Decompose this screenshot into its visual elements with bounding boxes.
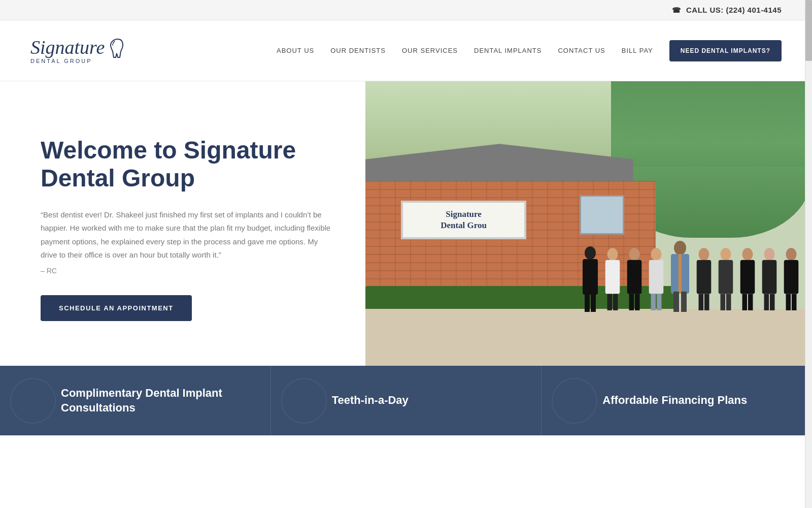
building-sign: Signature Dental Grou: [408, 209, 519, 231]
svg-rect-5: [605, 260, 620, 294]
feature-consultations: Complimentary Dental Implant Consultatio…: [0, 366, 271, 435]
svg-point-4: [607, 248, 618, 261]
feature-financing: Affordable Financing Plans: [542, 366, 812, 435]
svg-rect-34: [762, 260, 777, 294]
svg-rect-22: [697, 260, 712, 294]
phone-label: ☎ CALL US: (224) 401-4145: [672, 6, 782, 14]
svg-rect-13: [649, 260, 664, 294]
hero-left: Welcome to Signature Dental Group “Best …: [0, 81, 365, 366]
svg-rect-3: [591, 295, 596, 312]
svg-rect-9: [627, 260, 642, 294]
hero-quote: “Best dentist ever! Dr. Shakeel just fin…: [41, 208, 335, 262]
svg-rect-14: [651, 294, 656, 310]
svg-rect-26: [719, 260, 733, 294]
svg-rect-27: [721, 294, 726, 310]
svg-rect-39: [786, 294, 791, 310]
logo-name: Signature: [30, 37, 105, 58]
feature-label-consultations: Complimentary Dental Implant Consultatio…: [30, 386, 240, 415]
feature-circle-3: [552, 378, 597, 424]
svg-rect-30: [740, 260, 755, 294]
feature-teeth-in-a-day: Teeth-in-a-Day: [271, 366, 542, 435]
svg-rect-10: [629, 294, 634, 310]
logo[interactable]: Signature DENTAL GROUP: [30, 38, 127, 64]
scrollbar-thumb[interactable]: [805, 0, 812, 61]
nav-bill-pay[interactable]: BILL PAY: [622, 47, 653, 54]
features-bar: Complimentary Dental Implant Consultatio…: [0, 366, 812, 435]
nav-our-dentists[interactable]: OUR DENTISTS: [330, 47, 386, 54]
svg-point-12: [651, 248, 662, 261]
svg-rect-18: [679, 254, 682, 294]
svg-point-33: [764, 248, 775, 261]
svg-rect-20: [681, 292, 687, 312]
svg-rect-40: [792, 294, 797, 310]
nav-dental-implants[interactable]: DENTAL IMPLANTS: [474, 47, 542, 54]
svg-rect-11: [635, 294, 640, 310]
schedule-appointment-button[interactable]: SCHEDULE AN APPOINTMENT: [41, 295, 192, 321]
svg-rect-2: [585, 295, 590, 312]
need-dental-implants-button[interactable]: NEED DENTAL IMPLANTS?: [669, 40, 782, 61]
tooth-icon: [109, 38, 127, 63]
nav-our-services[interactable]: OUR SERVICES: [402, 47, 458, 54]
svg-rect-1: [583, 259, 598, 295]
svg-point-0: [585, 246, 596, 260]
svg-rect-7: [613, 294, 618, 310]
svg-rect-15: [657, 294, 662, 310]
svg-point-25: [721, 248, 731, 261]
hero-author: – RC: [41, 267, 335, 275]
svg-rect-23: [699, 294, 704, 310]
svg-rect-19: [673, 292, 679, 312]
scrollbar[interactable]: [805, 0, 812, 435]
svg-point-29: [742, 248, 753, 261]
svg-point-21: [699, 248, 709, 261]
hero-title: Welcome to Signature Dental Group: [41, 136, 335, 192]
svg-rect-24: [704, 294, 709, 310]
feature-label-financing: Affordable Financing Plans: [572, 393, 747, 408]
svg-rect-32: [748, 294, 753, 310]
svg-rect-36: [770, 294, 775, 310]
svg-rect-38: [784, 260, 799, 294]
hero-image: Signature Dental Grou: [365, 81, 812, 366]
nav-about-us[interactable]: ABOUT US: [277, 47, 314, 54]
logo-sub: DENTAL GROUP: [30, 58, 105, 64]
svg-rect-6: [607, 294, 613, 310]
header: Signature DENTAL GROUP ABOUT US OUR DENT…: [0, 20, 812, 81]
svg-rect-28: [726, 294, 731, 310]
svg-rect-35: [764, 294, 769, 310]
nav-contact-us[interactable]: CONTACT US: [558, 47, 605, 54]
svg-point-16: [674, 241, 686, 255]
svg-point-8: [629, 248, 640, 261]
feature-circle-1: [10, 378, 56, 424]
svg-rect-31: [742, 294, 748, 310]
feature-circle-2: [281, 378, 327, 424]
top-bar: ☎ CALL US: (224) 401-4145: [0, 0, 812, 20]
main-nav: ABOUT US OUR DENTISTS OUR SERVICES DENTA…: [277, 40, 782, 61]
svg-point-37: [786, 248, 797, 261]
phone-icon: ☎: [672, 6, 681, 14]
hero-section: Welcome to Signature Dental Group “Best …: [0, 81, 812, 366]
